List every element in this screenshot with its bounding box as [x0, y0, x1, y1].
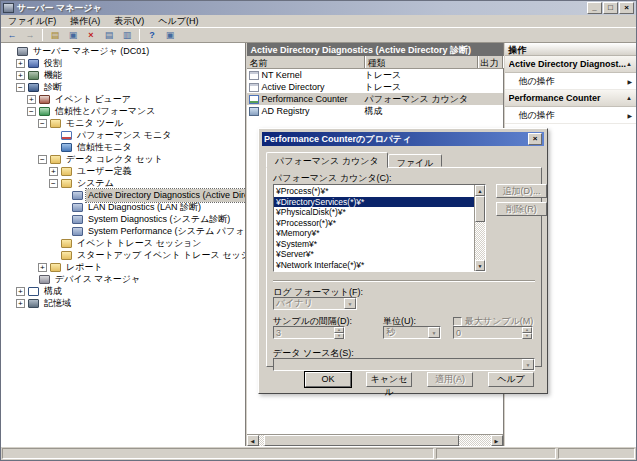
column-header-name[interactable]: 名前 [247, 56, 365, 68]
max-samples-checkbox[interactable] [453, 317, 462, 326]
scrollbar-thumb[interactable] [264, 435, 459, 446]
counter-item[interactable]: ¥System¥* [274, 239, 474, 250]
tab-file[interactable]: ファイル [388, 154, 443, 167]
expand-icon[interactable]: + [27, 95, 36, 104]
counter-item[interactable]: ¥DirectoryServices(*)¥* [274, 197, 474, 208]
remove-button[interactable]: 削除(R) [496, 202, 547, 216]
collapse-icon[interactable]: − [49, 179, 58, 188]
maximize-button[interactable]: □ [603, 2, 618, 14]
scrollbar-thumb[interactable] [475, 196, 485, 222]
counter-item[interactable]: ¥Server¥* [274, 249, 474, 260]
collapse-icon[interactable]: ▲ [626, 95, 632, 101]
tree-item[interactable]: −システム [1, 177, 245, 189]
tree-item[interactable]: −データ コレクタ セット [1, 153, 245, 165]
table-row[interactable]: NT Kernelトレース [247, 69, 503, 81]
tree-item[interactable]: 信頼性モニタ [1, 141, 245, 153]
scrollbar-track[interactable] [259, 435, 491, 446]
scrollbar-track[interactable] [475, 196, 485, 260]
collapse-icon[interactable]: ▲ [626, 61, 632, 67]
tree-item[interactable]: −信頼性とパフォーマンス [1, 105, 245, 117]
expand-icon[interactable]: + [16, 299, 25, 308]
spinner[interactable]: ▲ ▼ [522, 327, 532, 338]
counter-item[interactable]: ¥Processor(*)¥* [274, 218, 474, 229]
spin-down-icon[interactable]: ▼ [334, 333, 344, 339]
menu-item[interactable]: ファイル(F) [1, 14, 63, 29]
back-button[interactable]: ← [4, 29, 20, 42]
help-button[interactable]: ? [144, 29, 160, 42]
scroll-left-icon[interactable]: ◀ [247, 435, 259, 446]
data-source-combobox[interactable]: ▼ [273, 358, 535, 371]
counter-item[interactable]: ¥Memory¥* [274, 228, 474, 239]
tree-item[interactable]: スタートアップ イベント トレース セッション [1, 249, 245, 261]
tree-item[interactable]: +記憶域 [1, 297, 245, 309]
counter-item[interactable]: ¥PhysicalDisk(*)¥* [274, 207, 474, 218]
dropdown-icon[interactable]: ▼ [522, 359, 534, 370]
horizontal-scrollbar[interactable]: ◀ ▶ [247, 434, 503, 446]
scroll-right-icon[interactable]: ▶ [491, 435, 503, 446]
scroll-down-icon[interactable]: ▼ [475, 260, 485, 271]
action-group-header[interactable]: Performance Counter▲ [505, 90, 637, 107]
tree-item[interactable]: Active Directory Diagnostics (Active Dir… [1, 189, 245, 201]
action-item[interactable]: 他の操作▶ [505, 107, 637, 124]
export-list-button[interactable]: ▥ [119, 29, 135, 42]
help-button[interactable]: ヘルプ [488, 372, 534, 387]
tree-item-label[interactable]: デバイス マネージャ [53, 273, 142, 286]
tree-item[interactable]: −モニタ ツール [1, 117, 245, 129]
table-row[interactable]: Performance Counterパフォーマンス カウンタ [247, 93, 503, 105]
collapse-icon[interactable]: − [27, 107, 36, 116]
apply-button[interactable]: 適用(A) [427, 372, 473, 387]
dialog-close-icon[interactable]: × [528, 133, 542, 145]
scroll-up-icon[interactable]: ▲ [475, 185, 485, 196]
minimize-button[interactable]: _ [587, 2, 602, 14]
tree-item[interactable]: +機能 [1, 69, 245, 81]
action-item[interactable]: 他の操作▶ [505, 73, 637, 90]
expand-icon[interactable]: + [16, 287, 25, 296]
spin-down-icon[interactable]: ▼ [522, 333, 532, 339]
vertical-scrollbar[interactable]: ▲ ▼ [474, 185, 485, 271]
table-row[interactable]: AD Registry構成 [247, 105, 503, 117]
collapse-icon[interactable]: − [38, 119, 47, 128]
console-window-button[interactable]: ▣ [65, 29, 81, 42]
properties-button[interactable]: ▤ [101, 29, 117, 42]
expand-icon[interactable]: + [38, 263, 47, 272]
sample-interval-input[interactable]: 3 ▲ ▼ [273, 326, 345, 339]
collapse-icon[interactable]: − [38, 155, 47, 164]
tree-item[interactable]: デバイス マネージャ [1, 273, 245, 285]
column-header-output[interactable]: 出力 [478, 56, 503, 68]
unit-combobox[interactable]: 秒 ▼ [383, 326, 441, 339]
expand-icon[interactable]: + [16, 59, 25, 68]
menu-item[interactable]: ヘルプ(H) [151, 14, 205, 29]
show-action-pane-button[interactable]: ▣ [162, 29, 178, 42]
dropdown-icon[interactable]: ▼ [344, 298, 356, 309]
max-samples-input[interactable]: 0 ▲ ▼ [453, 326, 533, 339]
collapse-icon[interactable]: − [16, 83, 25, 92]
tree-item[interactable]: System Diagnostics (システム診断) [1, 213, 245, 225]
menu-item[interactable]: 表示(V) [107, 14, 151, 29]
dropdown-icon[interactable]: ▼ [428, 327, 440, 338]
forward-button[interactable]: → [22, 29, 38, 42]
tree-item[interactable]: パフォーマンス モニタ [1, 129, 245, 141]
column-header-type[interactable]: 種類 [365, 56, 478, 68]
tree-item[interactable]: イベント トレース セッション [1, 237, 245, 249]
log-format-combobox[interactable]: バイナリ ▼ [273, 297, 357, 310]
tree-item[interactable]: サーバー マネージャ (DC01) [1, 45, 245, 57]
tree-item[interactable]: System Performance (システム パフォーマンス) [1, 225, 245, 237]
tree-item[interactable]: +レポート [1, 261, 245, 273]
cancel-button[interactable]: キャンセル [366, 372, 412, 387]
close-button[interactable]: × [619, 2, 634, 14]
tree-item[interactable]: +役割 [1, 57, 245, 69]
tree-item[interactable]: +ユーザー定義 [1, 165, 245, 177]
table-row[interactable]: Active Directoryトレース [247, 81, 503, 93]
counter-item[interactable]: ¥Process(*)¥* [274, 186, 474, 197]
tree-item-label[interactable]: 記憶域 [42, 297, 73, 310]
menu-item[interactable]: 操作(A) [63, 14, 107, 29]
delete-button[interactable]: × [83, 29, 99, 42]
tree-item[interactable]: +構成 [1, 285, 245, 297]
expand-icon[interactable]: + [16, 71, 25, 80]
counter-item[interactable]: ¥Network Interface(*)¥* [274, 260, 474, 271]
tree-item[interactable]: −診断 [1, 81, 245, 93]
spinner[interactable]: ▲ ▼ [334, 327, 344, 338]
tab-performance-counter[interactable]: パフォーマンス カウンタ [266, 152, 388, 168]
tree-item[interactable]: +イベント ビューア [1, 93, 245, 105]
add-button[interactable]: 追加(D)... [496, 184, 547, 198]
